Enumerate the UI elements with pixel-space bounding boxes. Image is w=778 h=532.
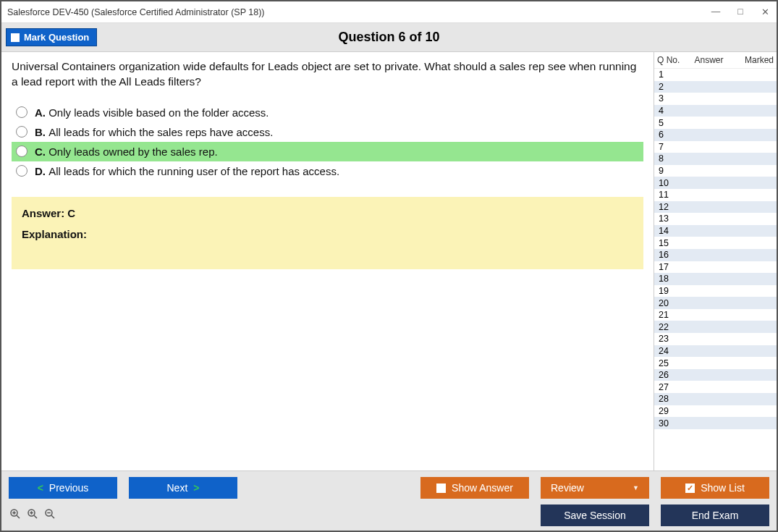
review-label: Review bbox=[551, 482, 584, 494]
radio-icon bbox=[16, 145, 28, 157]
question-nav-row[interactable]: 12 bbox=[654, 201, 777, 214]
next-label: Next bbox=[167, 482, 188, 494]
question-nav-row[interactable]: 21 bbox=[654, 309, 777, 321]
question-number: 15 bbox=[659, 238, 680, 248]
end-exam-button[interactable]: End Exam bbox=[661, 504, 769, 526]
zoom-in-icon[interactable] bbox=[26, 507, 39, 524]
question-nav-row[interactable]: 28 bbox=[654, 393, 777, 405]
next-button[interactable]: Next > bbox=[129, 477, 237, 499]
question-nav-row[interactable]: 25 bbox=[654, 357, 777, 369]
question-nav-row[interactable]: 30 bbox=[654, 417, 777, 429]
close-icon[interactable]: ✕ bbox=[759, 7, 771, 17]
show-list-label: Show List bbox=[701, 482, 745, 494]
svg-line-6 bbox=[34, 515, 37, 518]
question-nav-row[interactable]: 16 bbox=[654, 249, 777, 261]
radio-icon bbox=[16, 126, 28, 138]
svg-line-10 bbox=[51, 515, 54, 518]
col-qno: Q No. bbox=[657, 55, 686, 65]
question-nav-row[interactable]: 22 bbox=[654, 321, 777, 333]
question-number: 4 bbox=[659, 106, 680, 116]
question-number: 3 bbox=[659, 93, 680, 104]
question-nav-row[interactable]: 9 bbox=[654, 165, 777, 177]
explanation-label: Explanation: bbox=[22, 228, 633, 240]
question-number: 7 bbox=[659, 142, 680, 152]
save-session-label: Save Session bbox=[564, 510, 626, 521]
save-session-button[interactable]: Save Session bbox=[541, 504, 649, 526]
question-counter: Question 6 of 10 bbox=[1, 30, 777, 45]
window-title: Salesforce DEV-450 (Salesforce Certified… bbox=[7, 7, 710, 17]
question-number: 25 bbox=[659, 358, 680, 368]
answer-option[interactable]: A. Only leads visible based on the folde… bbox=[12, 103, 643, 122]
toolbar: Mark Question Question 6 of 10 bbox=[1, 23, 777, 52]
question-nav-row[interactable]: 2 bbox=[654, 81, 777, 93]
checkbox-icon bbox=[11, 33, 20, 42]
question-nav-row[interactable]: 17 bbox=[654, 261, 777, 274]
sidebar-list[interactable]: 1234567891011121314151617181920212223242… bbox=[654, 68, 777, 470]
minimize-icon[interactable]: ― bbox=[710, 7, 722, 17]
chevron-left-icon: < bbox=[38, 482, 43, 494]
question-nav-row[interactable]: 6 bbox=[654, 129, 777, 141]
question-nav-row[interactable]: 1 bbox=[654, 69, 777, 81]
question-nav-row[interactable]: 23 bbox=[654, 333, 777, 345]
zoom-controls bbox=[9, 507, 56, 524]
maximize-icon[interactable]: □ bbox=[735, 7, 746, 17]
question-number: 26 bbox=[659, 370, 680, 380]
question-nav-row[interactable]: 7 bbox=[654, 141, 777, 153]
question-nav-row[interactable]: 29 bbox=[654, 405, 777, 418]
show-answer-button[interactable]: Show Answer bbox=[420, 477, 529, 499]
question-nav-row[interactable]: 8 bbox=[654, 153, 777, 165]
radio-icon bbox=[16, 106, 28, 118]
question-number: 8 bbox=[659, 153, 680, 164]
question-nav-row[interactable]: 15 bbox=[654, 237, 777, 249]
question-nav-row[interactable]: 4 bbox=[654, 105, 777, 117]
question-number: 9 bbox=[659, 166, 680, 176]
question-nav-row[interactable]: 24 bbox=[654, 345, 777, 358]
content-body: Universal Containers organization wide d… bbox=[1, 52, 777, 470]
question-number: 13 bbox=[659, 214, 680, 224]
question-nav-row[interactable]: 19 bbox=[654, 285, 777, 297]
mark-question-button[interactable]: Mark Question bbox=[6, 28, 97, 46]
app-window: Salesforce DEV-450 (Salesforce Certified… bbox=[0, 0, 778, 532]
window-controls: ― □ ✕ bbox=[710, 7, 771, 17]
question-number: 28 bbox=[659, 394, 680, 404]
question-nav-row[interactable]: 20 bbox=[654, 297, 777, 309]
answer-option[interactable]: C. Only leads owned by the sales rep. bbox=[12, 142, 643, 161]
question-nav-row[interactable]: 27 bbox=[654, 381, 777, 393]
question-number: 19 bbox=[659, 286, 680, 296]
question-nav-row[interactable]: 10 bbox=[654, 177, 777, 189]
mark-question-label: Mark Question bbox=[24, 32, 89, 43]
chevron-down-icon: ▼ bbox=[633, 484, 639, 491]
titlebar: Salesforce DEV-450 (Salesforce Certified… bbox=[1, 1, 777, 23]
sidebar-header: Q No. Answer Marked bbox=[654, 52, 777, 68]
question-nav-row[interactable]: 13 bbox=[654, 213, 777, 225]
footer-row-2: Save Session End Exam bbox=[9, 504, 769, 526]
answer-option[interactable]: B. All leads for which the sales reps ha… bbox=[12, 122, 643, 142]
answer-option[interactable]: D. All leads for which the running user … bbox=[12, 161, 643, 181]
question-number: 30 bbox=[659, 418, 680, 428]
question-panel: Universal Containers organization wide d… bbox=[1, 52, 654, 470]
zoom-out-icon[interactable] bbox=[43, 507, 56, 524]
show-answer-label: Show Answer bbox=[452, 482, 513, 494]
previous-button[interactable]: < Previous bbox=[9, 477, 117, 499]
question-nav-row[interactable]: 11 bbox=[654, 189, 777, 201]
show-list-button[interactable]: ✓ Show List bbox=[661, 477, 769, 499]
svg-point-4 bbox=[13, 512, 14, 513]
question-number: 21 bbox=[659, 310, 680, 320]
question-number: 6 bbox=[659, 130, 680, 140]
question-nav-row[interactable]: 18 bbox=[654, 273, 777, 285]
question-number: 23 bbox=[659, 334, 680, 344]
review-button[interactable]: Review ▼ bbox=[541, 477, 649, 499]
previous-label: Previous bbox=[49, 482, 88, 494]
question-nav-row[interactable]: 26 bbox=[654, 369, 777, 381]
question-number: 5 bbox=[659, 118, 680, 128]
question-number: 1 bbox=[659, 69, 680, 80]
question-nav-row[interactable]: 5 bbox=[654, 117, 777, 129]
question-number: 22 bbox=[659, 322, 680, 332]
question-nav-row[interactable]: 3 bbox=[654, 93, 777, 105]
question-number: 10 bbox=[659, 178, 680, 188]
answer-label: Answer: C bbox=[22, 207, 633, 219]
question-nav-row[interactable]: 14 bbox=[654, 225, 777, 237]
zoom-reset-icon[interactable] bbox=[9, 507, 22, 524]
col-answer: Answer bbox=[686, 55, 732, 65]
checkbox-icon bbox=[436, 484, 446, 493]
